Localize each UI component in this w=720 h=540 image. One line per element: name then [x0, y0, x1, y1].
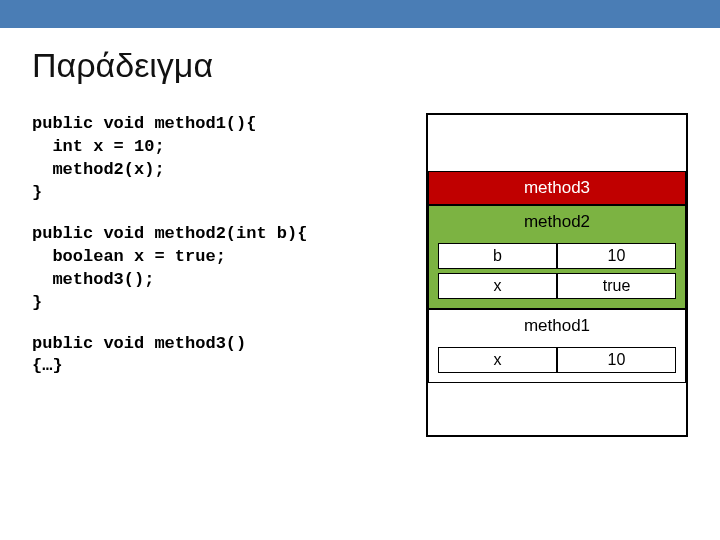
var-row: x true	[438, 273, 676, 299]
frame-label: method2	[429, 206, 685, 238]
code-method1: public void method1(){ int x = 10; metho…	[32, 113, 418, 205]
top-accent-bar	[0, 0, 720, 28]
var-row: b 10	[438, 243, 676, 269]
var-name: x	[438, 273, 557, 299]
code-method2: public void method2(int b){ boolean x = …	[32, 223, 418, 315]
frame-label: method1	[429, 310, 685, 342]
code-text: public void method3() {…}	[32, 333, 418, 379]
columns: public void method1(){ int x = 10; metho…	[32, 113, 688, 437]
frame-vars: b 10 x true	[429, 238, 685, 308]
stack-frame-method2: method2 b 10 x true	[428, 205, 686, 309]
frame-label: method3	[428, 171, 686, 205]
code-text: public void method2(int b){ boolean x = …	[32, 223, 418, 315]
var-name: b	[438, 243, 557, 269]
call-stack: method3 method2 b 10 x true	[426, 113, 688, 437]
code-text: public void method1(){ int x = 10; metho…	[32, 113, 418, 205]
var-row: x 10	[438, 347, 676, 373]
var-value: true	[557, 273, 676, 299]
var-name: x	[438, 347, 557, 373]
stack-empty-bottom	[428, 383, 686, 435]
var-value: 10	[557, 347, 676, 373]
code-method3: public void method3() {…}	[32, 333, 418, 379]
stack-frame-method3: method3	[428, 171, 686, 205]
stack-frame-method1: method1 x 10	[428, 309, 686, 383]
stack-empty-top	[428, 115, 686, 171]
frame-vars: x 10	[429, 342, 685, 382]
slide-title: Παράδειγμα	[32, 46, 688, 85]
stack-column: method3 method2 b 10 x true	[426, 113, 688, 437]
slide-content: Παράδειγμα public void method1(){ int x …	[0, 28, 720, 437]
code-column: public void method1(){ int x = 10; metho…	[32, 113, 426, 396]
var-value: 10	[557, 243, 676, 269]
